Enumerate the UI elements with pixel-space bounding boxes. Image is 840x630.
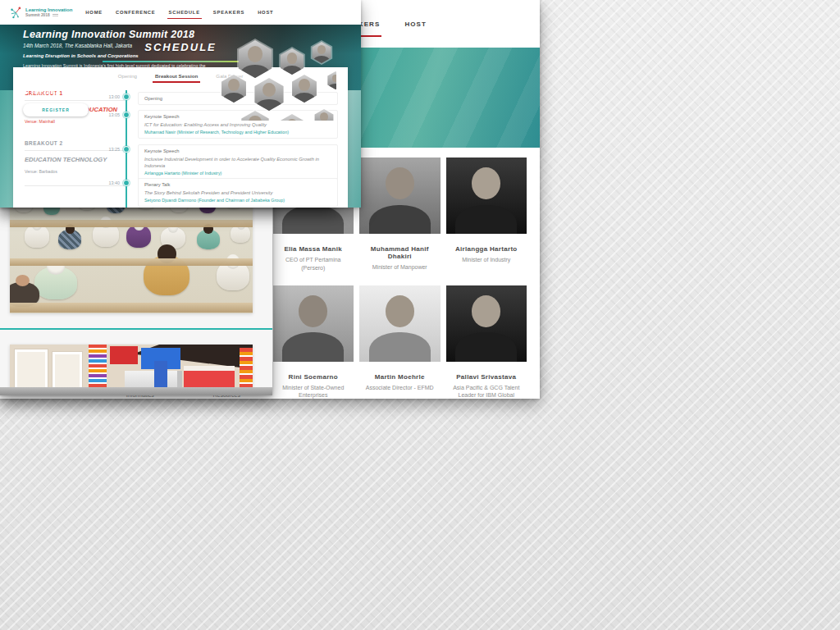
student-figure — [126, 225, 151, 248]
pertamina-arrow-icon — [23, 89, 29, 96]
speaker-title: Asia Pacific & GCG Talent Leader for IBM… — [446, 384, 527, 399]
artwork-shape — [52, 352, 82, 391]
student-figure — [58, 230, 81, 249]
speaker-title: Associate Director - EFMD — [359, 384, 441, 392]
divider — [25, 100, 125, 101]
agenda-speaker-link[interactable]: Airlangga Hartarto (Minister of Industry… — [144, 171, 331, 176]
desk — [10, 258, 253, 266]
hero-title: Learning Innovation Summit 2018 — [23, 29, 213, 40]
logo-tagline — [52, 14, 58, 16]
agenda-topic: The Story Behind Sekolah Presiden and Pr… — [144, 189, 331, 196]
speaker-photo — [446, 158, 527, 234]
logo-text: Learning Innovation Summit 2018 — [25, 7, 72, 17]
sponsor-logos: PERTAMINA — [23, 89, 213, 96]
speaker-photo — [359, 285, 441, 362]
speaker-name: Rini Soemarno — [273, 373, 354, 381]
speaker-photo — [446, 285, 527, 362]
breakout2-track: EDUCATION TECHNOLOGY — [25, 156, 125, 164]
agenda-title: Plenary Talk — [144, 182, 331, 187]
nav-schedule[interactable]: SCHEDULE — [169, 10, 200, 15]
screenshot-collage: Learning Innovation Summit 2018 HOME CON… — [0, 0, 840, 630]
site-logo[interactable]: Learning Innovation Summit 2018 — [10, 7, 72, 19]
hero-text-block: Learning Innovation Summit 2018 14th Mar… — [0, 22, 213, 96]
speaker-photo — [273, 285, 354, 362]
nav-host[interactable]: HOST — [404, 21, 427, 28]
main-nav: HOME CONFERENCE SCHEDULE SPEAKERS HOST — [85, 10, 273, 15]
hero-theme: Learning Disruption in Schools and Corpo… — [23, 53, 213, 58]
speaker-photo — [359, 158, 441, 234]
artwork-shape — [110, 346, 138, 364]
agenda-speaker-link[interactable]: Muhamad Nasir (Minister of Research, Tec… — [144, 130, 331, 135]
agenda-topic: Inclusive Industrial Development in orde… — [144, 156, 331, 169]
speaker-title: Minister of State-Owned Enterprises — [273, 384, 354, 399]
speaker-name: Elia Massa Manik — [273, 245, 354, 253]
navbar: Learning Innovation Summit 2018 HOME CON… — [0, 0, 361, 25]
pertamina-logo: PERTAMINA — [23, 89, 59, 96]
agenda-topic: ICT for Education: Enabling Access and I… — [144, 121, 331, 128]
artwork-shape — [125, 371, 182, 389]
student-figure — [34, 267, 77, 299]
agenda-speaker-link[interactable]: Setyono Djuandi Darmono (Founder and Cha… — [144, 198, 331, 203]
breakout2-venue: Venue: Barbados — [25, 169, 125, 174]
student-figure — [25, 225, 49, 248]
presented-by-label: Presented by — [23, 80, 213, 85]
logo-burst-icon — [10, 7, 22, 19]
artwork-shape — [15, 349, 48, 392]
timeline-time: 13:05 — [95, 112, 120, 117]
agenda-title: Keynote Speech — [144, 148, 331, 153]
screenshot-bottom-bar — [0, 387, 272, 395]
speaker-title: CEO of PT Pertamina (Persero) — [273, 256, 354, 272]
breakout2-label[interactable]: BREAKOUT 2 — [25, 140, 125, 146]
student-figure — [231, 225, 250, 243]
speaker-card: Martin MoehrleAssociate Director - EFMD — [359, 285, 441, 399]
nav-speakers[interactable]: SPEAKERS — [213, 10, 244, 15]
agenda-title: Keynote Speech — [144, 114, 331, 119]
desk — [10, 220, 253, 227]
register-button[interactable]: REGISTER — [23, 103, 89, 116]
agenda-item-plenary-talk: Plenary Talk The Story Behind Sekolah Pr… — [138, 178, 338, 207]
section-divider — [0, 328, 272, 330]
timeline-time: 13:25 — [95, 147, 120, 152]
hero-description: Learning Innovation Summit is Indonesia'… — [23, 62, 218, 75]
speaker-card: Pallavi SrivastavaAsia Pacific & GCG Tal… — [446, 285, 527, 399]
speaker-title: Minister of Manpower — [359, 263, 441, 272]
logo-line2: Summit 2018 — [25, 13, 50, 17]
speaker-name: Martin Moehrle — [359, 373, 441, 381]
student-figure — [197, 230, 220, 249]
breakout1-venue: Venue: Mainhall — [25, 119, 125, 124]
desk — [10, 303, 253, 313]
timeline-time: 13:40 — [95, 180, 120, 185]
agenda-item-keynote-1: Keynote Speech ICT for Education: Enabli… — [138, 110, 338, 139]
logo-line1: Learning Innovation — [25, 7, 72, 13]
speaker-card: Rini SoemarnoMinister of State-Owned Ent… — [273, 285, 354, 399]
nav-host[interactable]: HOST — [258, 10, 273, 15]
speaker-name: Muhammad Hanif Dhakiri — [359, 245, 441, 260]
timeline-dot — [123, 112, 130, 118]
timeline-dot — [123, 180, 130, 186]
ruangguru-logo-icon — [69, 89, 78, 96]
speaker-card: Muhammad Hanif DhakiriMinister of Manpow… — [359, 158, 441, 272]
speaker-name: Airlangga Hartarto — [446, 245, 527, 253]
agenda-item-keynote-2: Keynote Speech Inclusive Industrial Deve… — [138, 144, 338, 180]
speaker-card: Airlangga HartartoMinister of Industry — [446, 158, 527, 272]
speaker-name: Pallavi Srivastava — [446, 373, 527, 381]
hero-date-venue: 14th March 2018, The Kasablanka Hall, Ja… — [23, 43, 213, 48]
nav-conference[interactable]: CONFERENCE — [116, 10, 156, 15]
speaker-title: Minister of Industry — [446, 256, 527, 264]
timeline-dot — [123, 146, 130, 153]
nav-home[interactable]: HOME — [85, 10, 103, 15]
artwork-shape — [154, 361, 167, 389]
